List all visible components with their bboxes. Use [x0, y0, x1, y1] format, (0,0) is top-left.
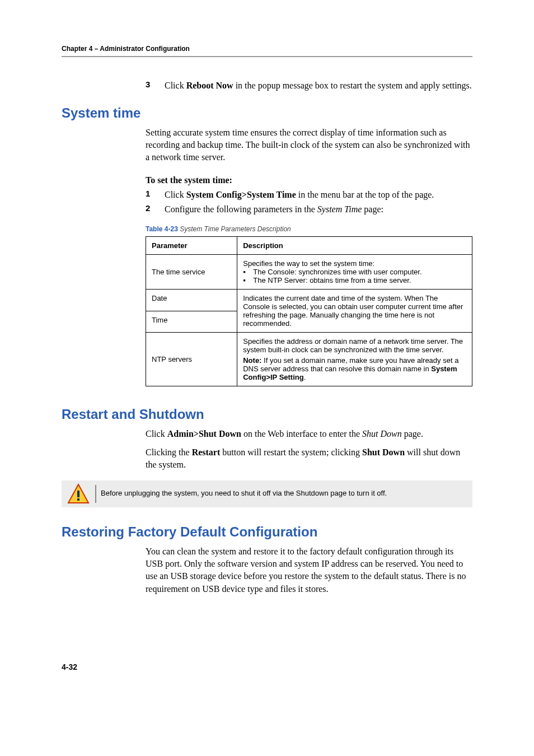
- heading-restart-shutdown: Restart and Shutdown: [62, 407, 472, 422]
- step-number: 3: [146, 80, 165, 92]
- bold-text: Shut Down: [362, 447, 405, 457]
- text: button will restart the system; clicking: [220, 447, 362, 457]
- step-2: 2 Configure the following parameters in …: [146, 203, 472, 216]
- text: Specifies the address or domain name of …: [243, 337, 466, 354]
- step-1: 1 Click System Config>System Time in the…: [146, 189, 472, 201]
- text: Click: [146, 429, 167, 438]
- cell-param: Time: [146, 311, 237, 333]
- step-number: 1: [146, 189, 165, 201]
- table-row: Date Indicates the current date and time…: [146, 290, 472, 311]
- svg-rect-2: [77, 498, 79, 501]
- table-row: The time service Specifies the way to se…: [146, 255, 472, 290]
- procedure-title: To set the system time:: [146, 175, 232, 185]
- bullet-text: The NTP Server: obtains time from a time…: [253, 276, 411, 284]
- restore-para: You can clean the system and restore it …: [146, 545, 472, 596]
- th-description: Description: [237, 237, 472, 255]
- th-parameter: Parameter: [146, 237, 237, 255]
- italic-text: System Time: [317, 204, 362, 214]
- callout-text: Before unplugging the system, you need t…: [101, 484, 392, 503]
- text: Clicking the: [146, 447, 192, 457]
- step-number: 2: [146, 203, 165, 216]
- heading-system-time: System time: [62, 105, 472, 121]
- table-header-row: Parameter Description: [146, 237, 472, 255]
- text: in the popup message box to restart the …: [233, 81, 472, 90]
- bold-text: Admin>Shut Down: [167, 429, 241, 438]
- text: Click: [165, 81, 186, 90]
- caption-label: Table 4-23: [146, 225, 178, 233]
- system-time-params-table: Parameter Description The time service S…: [146, 236, 472, 386]
- step-text: Click Reboot Now in the popup message bo…: [165, 80, 472, 92]
- bullet-icon: ▪: [243, 276, 253, 284]
- restart-p2: Clicking the Restart button will restart…: [146, 446, 472, 472]
- heading-restore-factory: Restoring Factory Default Configuration: [62, 524, 472, 540]
- divider: [95, 485, 96, 503]
- warning-callout: Before unplugging the system, you need t…: [62, 480, 472, 507]
- cell-param: NTP servers: [146, 333, 237, 386]
- text: .: [304, 373, 306, 381]
- step-text: Click System Config>System Time in the m…: [165, 189, 434, 201]
- cell-desc: Indicates the current date and time of t…: [237, 290, 472, 333]
- step-3: 3 Click Reboot Now in the popup message …: [146, 80, 472, 92]
- bold-text: System Config>System Time: [186, 190, 296, 199]
- text: on the Web interface to enter the: [241, 429, 362, 438]
- bold-text: Restart: [192, 447, 221, 457]
- cell-param: Date: [146, 290, 237, 311]
- cell-desc: Specifies the address or domain name of …: [237, 333, 472, 386]
- text: Configure the following parameters in th…: [165, 204, 317, 214]
- cell-param: The time service: [146, 255, 237, 290]
- page-header: Chapter 4 – Administrator Configuration: [62, 45, 472, 57]
- warning-icon: [62, 483, 95, 505]
- svg-rect-1: [77, 491, 79, 497]
- text: in the menu bar at the top of the page.: [296, 190, 434, 199]
- restart-p1: Click Admin>Shut Down on the Web interfa…: [146, 428, 472, 440]
- italic-text: Shut Down: [362, 429, 402, 438]
- text: If you set a domain name, make sure you …: [243, 356, 458, 373]
- bold-text: Reboot Now: [186, 81, 233, 90]
- note-label: Note:: [243, 356, 261, 365]
- text: page.: [402, 429, 423, 438]
- table-row: NTP servers Specifies the address or dom…: [146, 333, 472, 386]
- cell-desc: Specifies the way to set the system time…: [237, 255, 472, 290]
- text: Specifies the way to set the system time…: [243, 259, 466, 268]
- caption-desc: System Time Parameters Description: [178, 225, 291, 233]
- text: page:: [362, 204, 383, 214]
- step-text: Configure the following parameters in th…: [165, 203, 383, 216]
- table-caption: Table 4-23 System Time Parameters Descri…: [146, 225, 472, 233]
- system-time-intro: Setting accurate system time ensures the…: [146, 127, 472, 164]
- note-text: Note: If you set a domain name, make sur…: [243, 356, 466, 381]
- page-number: 4-32: [62, 662, 472, 671]
- bullet-text: The Console: synchronizes time with user…: [253, 268, 421, 276]
- bullet-icon: ▪: [243, 268, 253, 276]
- text: Click: [165, 190, 186, 199]
